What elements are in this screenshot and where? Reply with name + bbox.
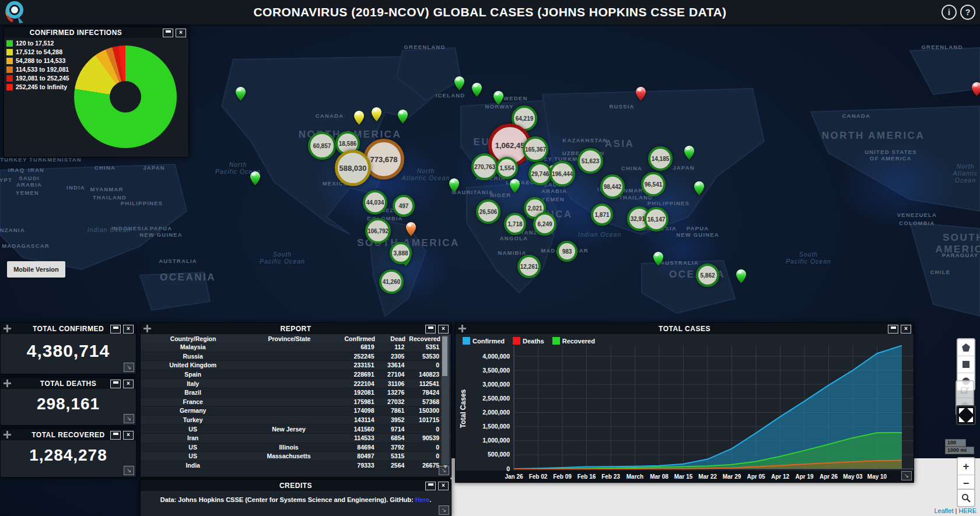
map-pin[interactable]	[736, 269, 746, 286]
zoom-control: + −	[957, 457, 975, 493]
close-button[interactable]: ×	[176, 29, 186, 37]
cluster-marker[interactable]: 12,261	[517, 255, 541, 278]
minimize-button[interactable]	[425, 325, 436, 334]
here-link[interactable]: HERE	[958, 507, 977, 514]
cluster-marker[interactable]: 3,888	[390, 242, 412, 264]
draw-rectangle-button[interactable]	[958, 356, 974, 373]
cluster-marker[interactable]: 270,763	[471, 153, 498, 180]
cluster-marker[interactable]: 1,871	[591, 203, 613, 226]
table-row[interactable]: France1759812703257368	[141, 398, 451, 407]
map-pin[interactable]	[406, 222, 416, 238]
table-row[interactable]: India79333256426675	[141, 461, 451, 471]
cluster-marker[interactable]: 29,746	[528, 162, 552, 185]
table-row[interactable]: Russia252245230553530	[141, 352, 451, 361]
fullscreen-icon[interactable]	[956, 405, 976, 425]
resize-handle[interactable]: ↘	[124, 414, 134, 423]
minimize-button[interactable]	[110, 431, 121, 440]
leaflet-link[interactable]: Leaflet	[934, 507, 953, 514]
table-row[interactable]: United Kingdom233151336140	[141, 361, 451, 370]
move-icon[interactable]	[4, 431, 11, 438]
cluster-marker[interactable]: 96,541	[641, 172, 666, 196]
table-row[interactable]: Malaysia68191125351	[141, 343, 451, 352]
map-pin[interactable]	[372, 107, 382, 124]
resize-handle[interactable]: ↘	[439, 506, 449, 515]
search-icon[interactable]	[958, 490, 974, 506]
draw-polygon-button[interactable]	[958, 339, 974, 356]
cluster-marker[interactable]: 497	[393, 195, 415, 217]
cluster-marker[interactable]: 983	[556, 241, 578, 262]
cluster-marker[interactable]: 6,249	[533, 212, 556, 236]
table-row[interactable]: USMassachusetts8049753150	[141, 452, 451, 461]
map-pin[interactable]	[636, 87, 646, 103]
table-row[interactable]: Germany1740987861150300	[141, 406, 451, 416]
table-row[interactable]: Brazil1920811327678424	[141, 388, 451, 398]
table-row[interactable]: USIllinois8469437920	[141, 443, 451, 452]
close-button[interactable]: ×	[123, 325, 134, 334]
resize-handle[interactable]: ↘	[439, 466, 449, 475]
cluster-marker[interactable]: 60,857	[308, 132, 336, 160]
table-cell: India	[141, 462, 245, 469]
report-scrollbar[interactable]	[441, 335, 450, 465]
cluster-marker[interactable]: 1,718	[504, 213, 526, 235]
edit-layers-button[interactable]	[957, 381, 973, 398]
cluster-marker[interactable]: 44,034	[363, 190, 387, 215]
map-pin[interactable]	[653, 252, 663, 268]
minimize-button[interactable]	[110, 325, 121, 334]
minimize-button[interactable]	[888, 325, 898, 334]
cluster-marker[interactable]: 1,554	[496, 157, 518, 179]
cluster-marker[interactable]: 106,792	[365, 218, 391, 244]
move-icon[interactable]	[4, 380, 11, 387]
cluster-marker[interactable]: 165,367	[523, 136, 548, 162]
cluster-marker[interactable]: 14,185	[648, 146, 673, 171]
close-button[interactable]: ×	[438, 325, 449, 334]
map-pin[interactable]	[398, 110, 408, 126]
map-pin[interactable]	[510, 179, 520, 195]
minimize-button[interactable]	[110, 380, 121, 388]
cluster-marker[interactable]: 16,147	[644, 207, 668, 231]
map-pin[interactable]	[684, 146, 694, 162]
move-icon[interactable]	[459, 325, 466, 332]
panel-title: TOTAL CASES	[456, 325, 914, 333]
scrollbar-thumb[interactable]	[442, 336, 447, 376]
help-icon[interactable]: ?	[960, 5, 975, 20]
resize-handle[interactable]: ↘	[901, 471, 912, 480]
map-pin[interactable]	[972, 82, 980, 99]
map-pin[interactable]	[454, 76, 464, 93]
cluster-marker[interactable]: 41,260	[379, 269, 404, 294]
map-pin[interactable]	[449, 178, 459, 195]
close-button[interactable]: ×	[123, 380, 134, 388]
minimize-button[interactable]	[163, 29, 173, 37]
zoom-in-button[interactable]: +	[958, 458, 974, 475]
minimize-button[interactable]	[425, 482, 436, 490]
resize-handle[interactable]: ↘	[124, 363, 134, 372]
map-pin[interactable]	[354, 111, 364, 127]
cluster-marker[interactable]: 196,444	[550, 161, 575, 187]
cluster-marker[interactable]: 98,442	[600, 174, 625, 199]
map-pin[interactable]	[494, 91, 503, 107]
mobile-version-button[interactable]: Mobile Version	[7, 261, 65, 278]
table-row[interactable]: Iran114533685490539	[141, 434, 451, 443]
move-icon[interactable]	[144, 325, 151, 332]
map-pin[interactable]	[250, 171, 260, 188]
svg-text:0: 0	[506, 465, 510, 472]
infections-pie-chart	[74, 45, 177, 148]
github-link[interactable]: Here	[415, 496, 429, 503]
cluster-marker[interactable]: 5,862	[696, 264, 719, 287]
map-pin[interactable]	[236, 87, 246, 103]
move-icon[interactable]	[4, 325, 11, 332]
resize-handle[interactable]: ↘	[124, 466, 134, 475]
table-row[interactable]: Turkey1431143952101715	[141, 416, 451, 425]
table-row[interactable]: Italy22210431106112541	[141, 379, 451, 388]
close-button[interactable]: ×	[438, 482, 449, 490]
table-cell: US	[141, 444, 245, 451]
close-button[interactable]: ×	[901, 325, 911, 334]
cluster-marker[interactable]: 51,623	[578, 148, 603, 174]
table-row[interactable]: USNew Jersey14156097140	[141, 424, 451, 434]
info-icon[interactable]: i	[942, 5, 957, 20]
close-button[interactable]: ×	[123, 431, 134, 440]
table-row[interactable]: Spain22869127104140823	[141, 370, 451, 380]
map-pin[interactable]	[472, 83, 482, 99]
cluster-marker[interactable]: 26,506	[476, 199, 501, 224]
cluster-marker[interactable]: 588,030	[335, 150, 371, 186]
map-pin[interactable]	[694, 181, 704, 198]
